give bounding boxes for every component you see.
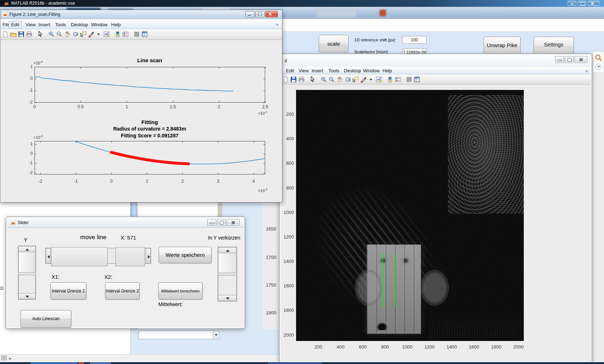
y-slider-right[interactable] xyxy=(218,247,237,301)
arrow-left-icon[interactable] xyxy=(46,248,51,263)
dock-figure-icon[interactable]: ↘ xyxy=(585,68,588,73)
slider-thumb[interactable] xyxy=(218,253,237,273)
interval-grenze1-button[interactable]: Interval Grenze 1 xyxy=(50,282,86,300)
menu-item-desktop[interactable]: Desktop xyxy=(344,68,361,73)
plottools-off-icon[interactable] xyxy=(133,31,140,37)
plottools-off-icon[interactable] xyxy=(406,76,412,83)
mittelwert-berechnen-button[interactable]: Mittelwert berechnen xyxy=(158,282,203,300)
search-icon[interactable] xyxy=(595,54,603,62)
menu-item-insert[interactable]: Insert xyxy=(312,68,323,73)
menu-item-view[interactable]: View xyxy=(26,22,36,27)
taskbar-item[interactable] xyxy=(31,362,77,364)
taskbar-item[interactable] xyxy=(268,362,322,364)
zoom-out-icon[interactable] xyxy=(56,31,63,37)
data-cursor-icon[interactable] xyxy=(80,31,86,37)
move-line-slider[interactable] xyxy=(45,248,151,264)
figure-d-titlebar[interactable]: d xyxy=(281,55,591,67)
maximize-button[interactable] xyxy=(255,11,265,17)
arrow-right-icon[interactable] xyxy=(146,248,151,263)
y-slider-left[interactable] xyxy=(18,246,36,300)
menu-item-tools[interactable]: Tools xyxy=(55,22,66,27)
arrow-down-icon[interactable] xyxy=(218,295,237,301)
minimize-button[interactable] xyxy=(207,219,216,226)
colorbar-icon[interactable] xyxy=(387,76,393,83)
pan-hand-icon[interactable] xyxy=(336,76,343,83)
settings-button[interactable]: Settings xyxy=(533,37,574,55)
menu-item-view[interactable]: View xyxy=(299,68,309,73)
close-icon[interactable] xyxy=(227,219,240,226)
hologram-image[interactable] xyxy=(296,90,524,341)
data-cursor-icon[interactable] xyxy=(352,76,359,83)
zoom-in-icon[interactable] xyxy=(48,31,55,37)
restore-button[interactable] xyxy=(565,56,574,63)
caret-down-icon[interactable] xyxy=(368,76,374,83)
chevron-down-icon[interactable] xyxy=(213,331,219,338)
print-icon[interactable] xyxy=(298,76,305,83)
menu-item-help[interactable]: Help xyxy=(382,68,392,73)
interval-grenze2-button[interactable]: Interval Grenze 2 xyxy=(105,282,140,300)
arrow-cursor-icon[interactable] xyxy=(37,31,44,37)
scale-button[interactable]: scale xyxy=(319,35,349,53)
zoom-in-icon[interactable] xyxy=(321,76,327,83)
werte-speichern-button[interactable]: Werte speichern xyxy=(159,247,212,263)
taskbar-item[interactable] xyxy=(78,362,84,364)
restore-button[interactable] xyxy=(217,219,226,226)
green-scan-line-1[interactable] xyxy=(382,255,383,306)
fitting-plot[interactable] xyxy=(35,141,265,174)
zoom-out-icon[interactable] xyxy=(328,76,335,83)
open-folder-icon[interactable] xyxy=(10,31,17,37)
line_scan-plot[interactable] xyxy=(35,67,265,103)
ref-shift-field[interactable]: 100 xyxy=(402,36,427,44)
rotate-3d-icon[interactable] xyxy=(344,76,351,83)
taskbar-sliver[interactable] xyxy=(0,362,604,364)
plottools-on-icon[interactable] xyxy=(141,31,148,37)
auto-linescan-button[interactable]: Auto Linescan xyxy=(21,310,71,328)
menu-item-edit[interactable]: Edit xyxy=(9,21,22,28)
unwrap-pike-button[interactable]: Unwrap Pike xyxy=(483,37,521,55)
menu-item-insert[interactable]: Insert xyxy=(38,22,50,27)
arrow-up-icon[interactable] xyxy=(18,246,36,252)
minimize-button[interactable] xyxy=(568,1,576,6)
brush-icon[interactable] xyxy=(88,31,94,37)
maximize-button[interactable] xyxy=(578,1,586,6)
menu-item-tools[interactable]: Tools xyxy=(328,68,339,73)
slider-thumb[interactable] xyxy=(51,247,108,266)
save-icon[interactable] xyxy=(290,76,297,83)
link-plot-icon[interactable] xyxy=(103,31,110,37)
close-icon[interactable] xyxy=(575,56,587,63)
save-icon[interactable] xyxy=(18,31,24,37)
close-icon[interactable] xyxy=(588,1,599,6)
slider-titlebar[interactable]: Slider xyxy=(7,218,244,228)
slider-track[interactable] xyxy=(18,275,36,294)
insert-legend-icon[interactable] xyxy=(122,31,129,37)
new-doc-icon[interactable] xyxy=(2,31,9,37)
menu-item-desktop[interactable]: Desktop xyxy=(71,22,88,27)
arrow-cursor-icon[interactable] xyxy=(309,76,316,83)
slider-segment[interactable] xyxy=(115,247,145,266)
plottools-on-icon[interactable] xyxy=(414,76,420,83)
background-dropdown[interactable] xyxy=(138,331,220,339)
brush-icon[interactable] xyxy=(360,76,367,83)
menu-item-window[interactable]: Window xyxy=(363,68,380,73)
close-icon[interactable] xyxy=(265,11,278,17)
colorbar-icon[interactable] xyxy=(114,31,121,37)
resize-grip[interactable] xyxy=(1,355,12,361)
menu-item-help[interactable]: Help xyxy=(111,22,121,27)
link-plot-icon[interactable] xyxy=(376,76,382,83)
taskbar-item[interactable] xyxy=(90,362,111,364)
insert-legend-icon[interactable] xyxy=(395,76,401,83)
slider-thumb[interactable] xyxy=(18,252,36,273)
chevron-down-icon[interactable] xyxy=(595,64,601,69)
minimize-button[interactable] xyxy=(555,56,564,63)
slider-track[interactable] xyxy=(218,275,237,296)
new-doc-icon[interactable] xyxy=(282,76,289,83)
figure2-titlebar[interactable]: Figure 2: Line_scan,Fitting xyxy=(0,10,282,19)
print-icon[interactable] xyxy=(26,31,32,37)
arrow-up-icon[interactable] xyxy=(218,247,237,253)
rotate-3d-icon[interactable] xyxy=(72,31,78,37)
pan-hand-icon[interactable] xyxy=(64,31,71,37)
menu-item-edit[interactable]: Edit xyxy=(286,68,294,73)
minimize-button[interactable] xyxy=(245,11,255,17)
caret-down-icon[interactable] xyxy=(96,31,102,37)
matlab-main-titlebar[interactable]: MATLAB R2016b - academic use xyxy=(0,0,604,7)
